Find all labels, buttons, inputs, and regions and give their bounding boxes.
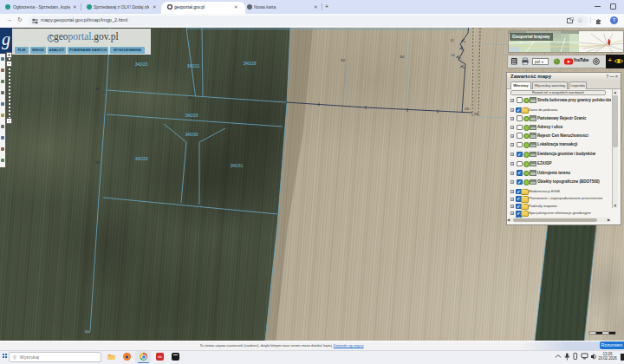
svg-text:64: 64	[452, 54, 455, 57]
svg-text:340/28: 340/28	[244, 62, 257, 66]
svg-text:340/31: 340/31	[231, 164, 244, 168]
svg-text:352: 352	[341, 59, 346, 62]
svg-text:348: 348	[474, 113, 479, 116]
svg-text:60a: 60a	[85, 330, 90, 334]
svg-text:362: 362	[188, 96, 193, 100]
svg-text:354: 354	[400, 55, 405, 59]
svg-text:340/30: 340/30	[185, 133, 198, 137]
svg-text:340/21: 340/21	[187, 64, 200, 68]
svg-text:334: 334	[465, 107, 470, 111]
svg-text:340/29: 340/29	[185, 114, 198, 118]
svg-text:63: 63	[451, 39, 454, 42]
svg-text:340/20: 340/20	[135, 62, 148, 67]
svg-text:357: 357	[95, 161, 101, 165]
svg-text:340/29: 340/29	[135, 157, 148, 161]
svg-text:367: 367	[95, 88, 101, 91]
